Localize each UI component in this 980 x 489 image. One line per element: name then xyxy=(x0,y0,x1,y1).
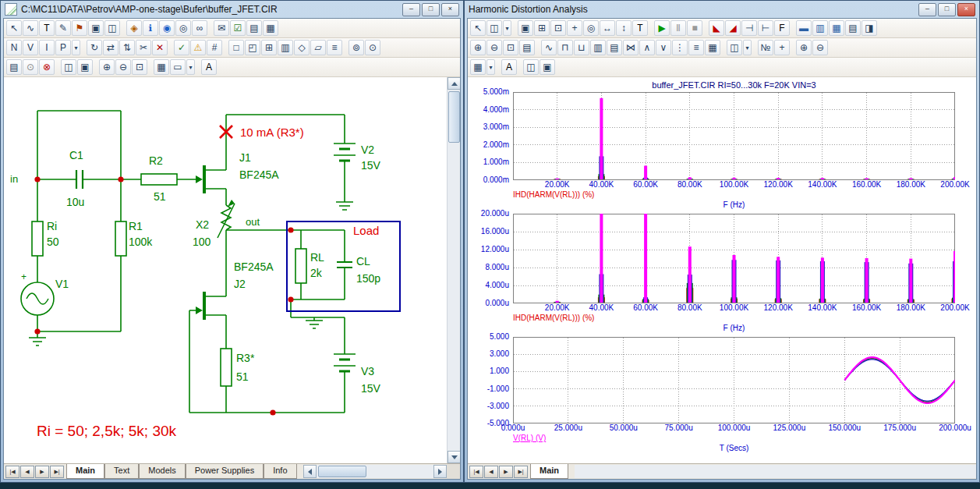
wave-envelope-button-icon[interactable]: ∧ xyxy=(639,40,655,55)
last-tab-button[interactable]: ▶| xyxy=(514,466,528,478)
schematic-canvas[interactable]: in C1 10u R2 51 J1 BF245A 10 mA (R3*) V2… xyxy=(4,77,447,463)
horizontal-scroll-thumb[interactable] xyxy=(318,466,366,477)
horizontal-scroll-track[interactable] xyxy=(317,465,433,478)
schematic-titlebar[interactable]: C:\MC11\DATA\Petrov\AMP-one-stage\Bufer\… xyxy=(3,1,461,18)
label-cl-value[interactable]: 150p xyxy=(356,272,380,285)
label-x2[interactable]: X2 xyxy=(196,218,209,231)
horizontal-scroll-track[interactable] xyxy=(575,465,976,478)
label-v2[interactable]: V2 xyxy=(361,144,374,156)
pause-button-icon[interactable]: Ⅱ xyxy=(670,20,686,36)
mode-dropdown-icon[interactable]: ▾ xyxy=(186,59,195,75)
scale-mode-button-icon[interactable]: ⊡ xyxy=(550,20,566,36)
maximize-button[interactable]: □ xyxy=(938,3,956,16)
scroll-left-button[interactable] xyxy=(303,465,317,478)
font-button-icon[interactable]: A xyxy=(501,59,517,75)
label-rl[interactable]: RL xyxy=(310,251,324,264)
zoom-out-button-icon[interactable]: ⊖ xyxy=(115,59,131,75)
open-sheet-button-icon[interactable]: ◰ xyxy=(245,40,260,55)
wave-tile-button-icon[interactable]: ▥ xyxy=(590,40,606,55)
label-r2[interactable]: R2 xyxy=(149,154,163,167)
print-button-icon[interactable]: ▦ xyxy=(263,20,278,36)
label-r3[interactable]: R3* xyxy=(236,352,255,364)
align-button-icon[interactable]: ≡ xyxy=(327,40,342,55)
paste-page-button-icon[interactable]: ▣ xyxy=(540,59,555,75)
text-tool-icon[interactable]: T xyxy=(632,20,648,36)
select-tool-icon[interactable]: ↖ xyxy=(470,20,486,36)
zoom-area-button-icon[interactable]: ⊡ xyxy=(503,40,518,55)
copy-page-button-icon[interactable]: ◫ xyxy=(523,59,539,75)
current-display-button-icon[interactable]: I xyxy=(39,40,55,55)
close-file-button-icon[interactable]: ⊗ xyxy=(39,59,55,75)
scroll-up-button[interactable] xyxy=(448,77,460,90)
first-tab-button[interactable]: |◀ xyxy=(469,466,483,478)
copy-wave-button-icon[interactable]: ◫ xyxy=(727,40,742,55)
label-v2-value[interactable]: 15V xyxy=(361,159,381,172)
label-j1-model[interactable]: BF245A xyxy=(239,168,279,181)
help-button-icon[interactable]: ◉ xyxy=(159,20,175,36)
label-r3-value[interactable]: 51 xyxy=(236,370,249,383)
font-button-icon[interactable]: A xyxy=(201,59,217,75)
signal-label[interactable]: IHD(HARM(V(RL))) (%) xyxy=(513,314,976,324)
label-v3[interactable]: V3 xyxy=(361,365,374,377)
polygon-button-icon[interactable]: ▱ xyxy=(310,40,326,55)
schematic-note[interactable]: Ri = 50; 2,5k; 5k; 30k xyxy=(37,423,177,439)
copy-dropdown-icon[interactable]: ▾ xyxy=(743,40,752,55)
node-numbers-button-icon[interactable]: N xyxy=(6,40,22,55)
cut-button-icon[interactable]: ✂ xyxy=(136,40,151,55)
one-plot-button-icon[interactable]: ▬ xyxy=(796,20,812,36)
label-r1[interactable]: R1 xyxy=(129,220,143,232)
grid-button-icon[interactable]: # xyxy=(207,40,222,55)
jfet-j1-channel[interactable] xyxy=(203,165,206,193)
component-tool-icon[interactable]: ▣ xyxy=(88,20,104,36)
minimize-button[interactable]: – xyxy=(918,3,936,16)
graphics-tool-icon[interactable]: ✎ xyxy=(55,20,71,36)
run-button-icon[interactable]: ▶ xyxy=(654,20,670,36)
mirror-tool-icon[interactable]: ◈ xyxy=(126,20,142,36)
columns-button-icon[interactable]: ◨ xyxy=(861,20,877,36)
resistor-r3[interactable] xyxy=(221,349,232,386)
warning-button-icon[interactable]: ⚠ xyxy=(190,40,206,55)
next-tab-button[interactable]: ▶ xyxy=(35,466,49,478)
flip-y-button-icon[interactable]: ⇅ xyxy=(119,40,135,55)
refresh-button-icon[interactable]: ⊙ xyxy=(23,59,38,75)
peak-tag-button-icon[interactable]: ◣ xyxy=(709,20,724,36)
wave-group-button-icon[interactable]: ⊓ xyxy=(557,40,573,55)
border-button-icon[interactable]: ⊞ xyxy=(261,40,277,55)
cursor-cross-button-icon[interactable]: + xyxy=(774,40,790,55)
flip-x-button-icon[interactable]: ⇄ xyxy=(103,40,119,55)
select-box-button-icon[interactable]: ▭ xyxy=(170,59,186,75)
label-j2-model[interactable]: BF245A xyxy=(234,260,274,273)
select-tool-icon[interactable]: ↖ xyxy=(6,20,22,36)
tab-main[interactable]: Main xyxy=(530,464,568,479)
scroll-right-button[interactable] xyxy=(433,465,447,478)
image-button-icon[interactable]: ▦ xyxy=(154,59,169,75)
hotkey-button-icon[interactable]: F xyxy=(774,20,790,36)
wave-baseline-button-icon[interactable]: ∨ xyxy=(656,40,671,55)
capacitor-cl[interactable] xyxy=(337,262,352,268)
minimize-button[interactable]: – xyxy=(402,3,420,16)
probe-button-icon[interactable]: ◎ xyxy=(175,20,191,36)
node-label-in[interactable]: in xyxy=(10,173,18,185)
label-j1[interactable]: J1 xyxy=(239,151,251,164)
tab-models[interactable]: Models xyxy=(139,464,185,479)
signal-label[interactable]: V(RL) (V) xyxy=(513,434,976,444)
three-plot-button-icon[interactable]: ▦ xyxy=(829,20,844,36)
tab-power-supplies[interactable]: Power Supplies xyxy=(186,464,264,479)
label-r2-value[interactable]: 51 xyxy=(154,190,166,203)
fit-page-button-icon[interactable]: ▤ xyxy=(519,40,535,55)
capacitor-c1[interactable] xyxy=(76,170,83,189)
zoom-out-button-icon[interactable]: ⊖ xyxy=(486,40,502,55)
copy-view-button-icon[interactable]: ◫ xyxy=(61,59,76,75)
add-window-button-icon[interactable]: ⊞ xyxy=(534,20,550,36)
plot-area[interactable] xyxy=(513,337,955,423)
label-ri-value[interactable]: 50 xyxy=(47,236,59,248)
horizontal-scrollbar[interactable] xyxy=(303,465,447,478)
prev-tab-button[interactable]: ◀ xyxy=(20,466,34,478)
node-label-out[interactable]: out xyxy=(246,216,260,228)
cursor-mode-button-icon[interactable]: + xyxy=(567,20,582,36)
clip-tool-icon[interactable]: ◫ xyxy=(104,20,120,36)
close-button[interactable]: × xyxy=(441,3,459,16)
resistor-rl[interactable] xyxy=(295,249,306,283)
horizontal-scrollbar[interactable] xyxy=(575,465,976,478)
scroll-down-button[interactable] xyxy=(448,451,460,463)
